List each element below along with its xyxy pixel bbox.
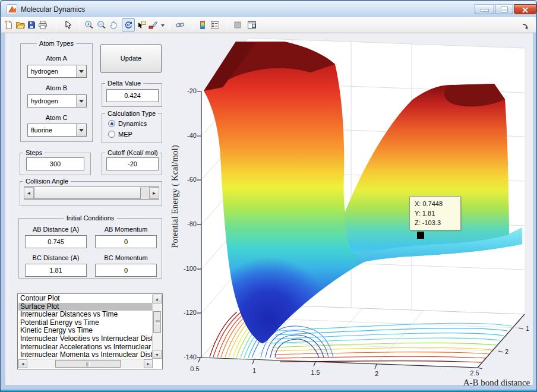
ab-distance-field[interactable]: 0.745 <box>25 235 87 248</box>
z-tick-label: -140 <box>175 353 197 361</box>
print-figure-icon[interactable] <box>38 20 48 30</box>
cutoff-groupbox: Cutoff (Kcal/ mol) -20 <box>102 153 162 175</box>
hide-plot-tools-icon[interactable] <box>233 20 242 30</box>
atom-b-dropdown[interactable]: hydrogen <box>27 94 87 108</box>
pointer-icon[interactable] <box>63 20 72 30</box>
link-plots-icon[interactable] <box>175 20 185 30</box>
insert-legend-icon[interactable] <box>210 20 220 30</box>
initial-conditions-groupbox: Initial Conditions AB Distance (A) 0.745… <box>18 218 162 279</box>
x-tick-label: 2 <box>368 370 385 377</box>
atom-types-groupbox: Atom Types Atom A hydrogen Atom B hydrog… <box>20 43 93 142</box>
minimize-button[interactable] <box>475 4 494 14</box>
atom-a-dropdown-button[interactable] <box>76 65 86 77</box>
datatip-x: X: 0.7448 <box>415 199 460 208</box>
list-item[interactable]: Internuclear Momenta vs Internuclear Dis… <box>18 351 152 359</box>
data-cursor-icon[interactable] <box>137 20 147 30</box>
zoom-in-icon[interactable] <box>84 20 94 30</box>
bc-momentum-field[interactable]: 0 <box>95 264 157 277</box>
insert-colorbar-icon[interactable] <box>198 20 207 30</box>
zoom-out-icon[interactable] <box>97 20 106 30</box>
horizontal-scrollbar[interactable]: ◄ ► <box>18 359 153 368</box>
list-item[interactable]: Internuclear Velocities vs Internuclear … <box>18 335 152 343</box>
steps-field[interactable]: 300 <box>26 157 84 170</box>
toolbar-separator <box>56 20 56 30</box>
surface-plot-axes[interactable] <box>167 33 533 388</box>
ab-momentum-field[interactable]: 0 <box>95 235 157 248</box>
show-plot-tools-dock-icon[interactable] <box>247 20 257 30</box>
atom-a-label: Atom A <box>21 55 92 62</box>
list-item[interactable]: Kinetic Energy vs Time <box>18 327 152 335</box>
x-tick-label: 1.5 <box>307 369 324 376</box>
scroll-right-icon[interactable]: ► <box>144 359 153 368</box>
delta-value-field[interactable]: 0.424 <box>106 89 159 102</box>
collision-angle-groupbox: Collision Angle ◄ ► <box>20 181 162 206</box>
datatip-marker[interactable] <box>417 232 424 239</box>
steps-title: Steps <box>23 148 45 157</box>
vertical-scrollbar[interactable]: ▲ ▼ <box>152 295 162 359</box>
bc-distance-field[interactable]: 1.81 <box>25 264 87 277</box>
list-item[interactable]: Internuclear Accelerations vs Internucle… <box>18 343 152 352</box>
atom-c-dropdown-button[interactable] <box>76 124 86 136</box>
delta-value-title: Delta Value <box>105 79 143 87</box>
titlebar[interactable]: Molecular Dynamics <box>1 1 536 17</box>
horizontal-scroll-thumb[interactable] <box>55 360 121 368</box>
datatip[interactable]: X: 0.7448 Y: 1.81 Z: -103.3 <box>409 196 461 230</box>
matlab-logo-icon <box>7 4 17 14</box>
atom-b-label: Atom B <box>21 84 92 91</box>
brush-dropdown-icon[interactable] <box>161 24 165 27</box>
restore-icon <box>501 7 507 12</box>
dock-figure-icon[interactable] <box>522 22 529 29</box>
brush-icon[interactable] <box>148 20 157 30</box>
window-title: Molecular Dynamics <box>21 5 85 14</box>
scroll-left-icon[interactable]: ◄ <box>18 359 27 368</box>
toolbar-separator <box>192 20 192 30</box>
list-item[interactable]: Potential Energy vs Time <box>18 319 152 327</box>
chevron-down-icon <box>79 129 84 132</box>
delta-value-groupbox: Delta Value 0.424 <box>102 83 162 107</box>
bc-momentum-label: BC Momentum <box>95 254 157 261</box>
slider-left-arrow[interactable]: ◄ <box>24 187 34 199</box>
collision-angle-slider[interactable]: ◄ ► <box>24 186 159 200</box>
rotate-3d-icon <box>124 20 133 30</box>
list-item-selected[interactable]: Surface Plot <box>18 303 152 311</box>
z-axis-label: Potential Energy ( Kcal/mol) <box>170 122 179 271</box>
update-button[interactable]: Update <box>100 44 162 73</box>
x-tick-label: 1 <box>246 367 263 374</box>
slider-thumb[interactable] <box>34 187 141 199</box>
atom-c-dropdown[interactable]: fluorine <box>27 124 87 137</box>
save-figure-icon[interactable] <box>27 20 36 30</box>
new-figure-icon[interactable] <box>4 20 14 30</box>
dynamics-label: Dynamics <box>118 120 147 127</box>
close-button[interactable] <box>514 4 536 14</box>
list-item[interactable]: Internuclear Distances vs Time <box>18 311 152 319</box>
open-file-icon[interactable] <box>15 20 25 30</box>
chevron-down-icon <box>79 100 84 103</box>
scroll-up-icon[interactable]: ▲ <box>153 295 162 304</box>
cutoff-field[interactable]: -20 <box>106 157 159 170</box>
atom-b-value: hydrogen <box>31 97 58 105</box>
plot-type-listbox[interactable]: Contour Plot Surface Plot Internuclear D… <box>17 293 163 369</box>
atom-types-title: Atom Types <box>37 39 76 48</box>
vertical-scroll-thumb[interactable] <box>153 311 161 333</box>
list-item[interactable]: Contour Plot <box>18 295 152 303</box>
atom-c-value: fluorine <box>31 127 52 134</box>
atom-a-dropdown[interactable]: hydrogen <box>27 65 87 78</box>
mep-label: MEP <box>118 131 132 138</box>
y-tick-label: 1 <box>526 325 529 332</box>
y-tick-label: 2 <box>505 348 508 355</box>
pan-icon[interactable] <box>109 20 119 30</box>
calculation-type-title: Calculation Type <box>105 109 158 118</box>
scroll-down-icon[interactable]: ▼ <box>153 350 162 359</box>
restore-button[interactable] <box>495 4 513 14</box>
atom-b-dropdown-button[interactable] <box>76 95 86 107</box>
x-tick-label: 0.5 <box>187 365 203 372</box>
dynamics-radio[interactable] <box>108 120 115 127</box>
figure-toolbar <box>1 17 536 33</box>
toolbar-separator <box>80 20 80 30</box>
slider-right-arrow[interactable]: ► <box>149 187 159 199</box>
mep-radio[interactable] <box>108 131 115 138</box>
y-tick-label: 2.5 <box>466 369 483 377</box>
cutoff-title: Cutoff (Kcal/ mol) <box>105 148 160 157</box>
rotate-3d-button[interactable] <box>122 18 135 31</box>
datatip-y: Y: 1.81 <box>415 208 460 218</box>
